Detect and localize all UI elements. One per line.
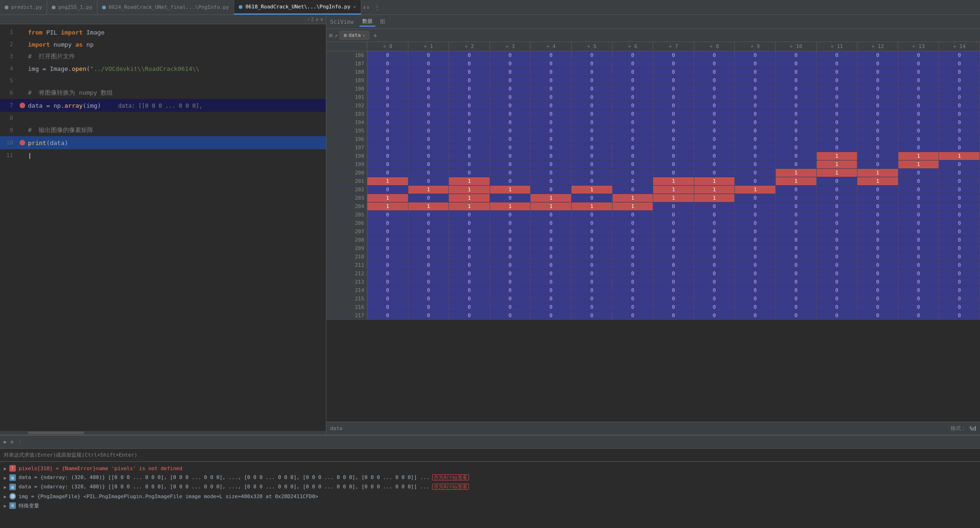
table-cell[interactable]: 0	[449, 253, 490, 261]
table-cell[interactable]: 0	[408, 177, 449, 186]
table-cell[interactable]: 0	[612, 76, 653, 85]
table-cell[interactable]: 0	[449, 152, 490, 160]
table-cell[interactable]: 0	[857, 60, 898, 68]
table-cell[interactable]: 0	[939, 253, 980, 261]
table-cell[interactable]: 0	[367, 85, 408, 93]
table-cell[interactable]: 0	[367, 102, 408, 110]
table-cell[interactable]: 0	[939, 144, 980, 152]
table-cell[interactable]: 0	[898, 261, 939, 270]
table-cell[interactable]: 0	[857, 76, 898, 85]
table-cell[interactable]: 1	[816, 160, 857, 169]
table-cell[interactable]: 0	[612, 85, 653, 93]
table-cell[interactable]: 0	[408, 286, 449, 295]
table-cell[interactable]: 0	[490, 253, 531, 261]
table-cell[interactable]: 0	[694, 152, 735, 160]
console-line-array1[interactable]: ▶ ▤ data = {ndarray: (320, 480)} [[0 0 0…	[4, 473, 976, 482]
table-cell[interactable]: 0	[572, 135, 613, 144]
expand-arrow-array2[interactable]: ▶	[4, 485, 7, 490]
table-cell[interactable]: 0	[531, 51, 572, 60]
table-cell[interactable]: 0	[531, 295, 572, 303]
table-cell[interactable]: 0	[408, 312, 449, 320]
table-cell[interactable]: 0	[857, 303, 898, 312]
breakpoint-10[interactable]	[19, 140, 26, 146]
table-cell[interactable]: 0	[367, 278, 408, 286]
table-cell[interactable]: 0	[939, 76, 980, 85]
tab-png255[interactable]: png255_1.py	[47, 0, 97, 14]
table-cell[interactable]: 0	[449, 93, 490, 102]
table-cell[interactable]: 0	[939, 85, 980, 93]
table-cell[interactable]: 0	[816, 93, 857, 102]
table-cell[interactable]: 0	[408, 85, 449, 93]
table-cell[interactable]: 0	[490, 102, 531, 110]
table-cell[interactable]: 0	[653, 76, 694, 85]
table-cell[interactable]: 0	[694, 261, 735, 270]
table-cell[interactable]: 0	[776, 236, 817, 244]
table-cell[interactable]: 0	[612, 219, 653, 228]
table-cell[interactable]: 0	[449, 135, 490, 144]
table-cell[interactable]: 0	[408, 144, 449, 152]
table-cell[interactable]: 0	[898, 278, 939, 286]
table-cell[interactable]: 1	[694, 177, 735, 186]
table-cell[interactable]: 0	[898, 60, 939, 68]
table-cell[interactable]: 0	[776, 286, 817, 295]
table-cell[interactable]: 0	[653, 85, 694, 93]
table-cell[interactable]: 0	[653, 286, 694, 295]
table-cell[interactable]: 0	[939, 93, 980, 102]
table-cell[interactable]: 0	[367, 144, 408, 152]
table-cell[interactable]: 0	[612, 60, 653, 68]
table-cell[interactable]: 0	[776, 186, 817, 194]
table-cell[interactable]: 0	[857, 51, 898, 60]
table-cell[interactable]: 0	[776, 118, 817, 127]
table-cell[interactable]: 0	[694, 202, 735, 211]
table-cell[interactable]: 0	[898, 76, 939, 85]
table-cell[interactable]: 0	[776, 76, 817, 85]
table-cell[interactable]: 0	[898, 270, 939, 278]
table-cell[interactable]: 0	[490, 118, 531, 127]
table-cell[interactable]: 0	[449, 160, 490, 169]
table-cell[interactable]: 0	[694, 270, 735, 278]
table-cell[interactable]: 0	[939, 270, 980, 278]
table-cell[interactable]: 1	[857, 169, 898, 177]
table-cell[interactable]: 0	[857, 244, 898, 253]
scrollbar-thumb[interactable]	[28, 431, 84, 434]
table-cell[interactable]: 0	[694, 236, 735, 244]
table-cell[interactable]: 0	[776, 228, 817, 236]
table-cell[interactable]: 1	[367, 177, 408, 186]
table-cell[interactable]: 0	[776, 270, 817, 278]
table-cell[interactable]: 0	[898, 236, 939, 244]
table-cell[interactable]: 0	[612, 68, 653, 76]
table-cell[interactable]: 0	[653, 261, 694, 270]
table-cell[interactable]: 0	[735, 211, 776, 219]
editor-content[interactable]: 1 from PIL import Image 2 import numpy a…	[0, 24, 326, 431]
console-line-special[interactable]: ▶ ≡ 特殊变量	[4, 501, 976, 510]
table-cell[interactable]: 0	[776, 68, 817, 76]
table-cell[interactable]: 0	[816, 278, 857, 286]
table-cell[interactable]: 0	[490, 303, 531, 312]
table-cell[interactable]: 0	[939, 228, 980, 236]
table-cell[interactable]: 0	[857, 93, 898, 102]
table-cell[interactable]: 0	[653, 144, 694, 152]
table-cell[interactable]: 0	[653, 60, 694, 68]
table-cell[interactable]: 0	[939, 303, 980, 312]
table-cell[interactable]: 0	[694, 51, 735, 60]
expand-arrow-array1[interactable]: ▶	[4, 475, 7, 480]
table-cell[interactable]: 0	[939, 236, 980, 244]
table-cell[interactable]: 0	[735, 286, 776, 295]
table-cell[interactable]: 0	[572, 68, 613, 76]
table-cell[interactable]: 0	[531, 253, 572, 261]
table-cell[interactable]: 0	[531, 303, 572, 312]
add-watch-icon[interactable]: ⊕	[11, 439, 14, 445]
table-cell[interactable]: 0	[490, 160, 531, 169]
table-cell[interactable]: 0	[939, 135, 980, 144]
table-cell[interactable]: 0	[735, 127, 776, 135]
table-cell[interactable]: 0	[735, 118, 776, 127]
table-cell[interactable]: 0	[572, 93, 613, 102]
table-cell[interactable]: 0	[572, 110, 613, 118]
table-cell[interactable]: 1	[694, 186, 735, 194]
expand-arrow-image[interactable]: ▶	[4, 494, 7, 499]
table-cell[interactable]: 0	[735, 228, 776, 236]
table-cell[interactable]: 0	[408, 152, 449, 160]
table-cell[interactable]: 0	[898, 85, 939, 93]
table-cell[interactable]: 0	[490, 278, 531, 286]
tab-close-icon[interactable]: ✕	[353, 4, 356, 9]
